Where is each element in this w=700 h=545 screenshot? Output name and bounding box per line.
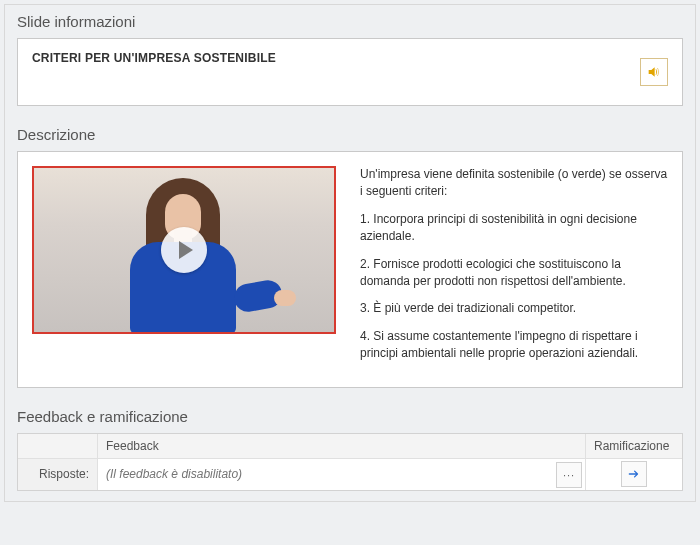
feedback-title: Feedback e ramificazione [5,400,695,431]
speaker-icon [646,64,662,80]
audio-button[interactable] [640,58,668,86]
table-row: Risposte: ··· [18,458,682,490]
feedback-table: Feedback Ramificazione Risposte: ··· [17,433,683,491]
description-item: 2. Fornisce prodotti ecologici che sosti… [360,256,668,291]
video-thumbnail[interactable] [32,166,336,334]
description-box: Un'impresa viene definita sostenibile (o… [17,151,683,388]
feedback-col-feedback: Feedback [98,434,586,458]
slide-info-box: CRITERI PER UN'IMPRESA SOSTENIBILE [17,38,683,106]
feedback-col-ramification: Ramificazione [586,434,682,458]
description-text: Un'impresa viene definita sostenibile (o… [360,166,668,373]
slide-info-title: Slide informazioni [5,5,695,36]
description-title: Descrizione [5,118,695,149]
slide-title: CRITERI PER UN'IMPRESA SOSTENIBILE [32,51,276,65]
feedback-col-empty [18,434,98,458]
description-intro: Un'impresa viene definita sostenibile (o… [360,166,668,201]
description-item: 4. Si assume costantemente l'impegno di … [360,328,668,363]
description-item: 1. Incorpora principi di sostenibilità i… [360,211,668,246]
ellipsis-icon: ··· [563,469,575,481]
arrow-right-icon [627,467,641,481]
feedback-row-label: Risposte: [18,458,98,490]
ramification-button[interactable] [621,461,647,487]
play-icon [161,227,207,273]
feedback-input[interactable] [98,459,585,490]
description-item: 3. È più verde dei tradizionali competit… [360,300,668,317]
feedback-more-button[interactable]: ··· [556,462,582,488]
